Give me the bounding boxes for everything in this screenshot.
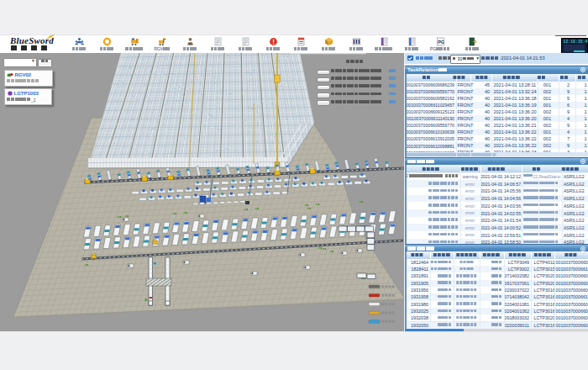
svg-text:PG: PG bbox=[438, 40, 444, 45]
